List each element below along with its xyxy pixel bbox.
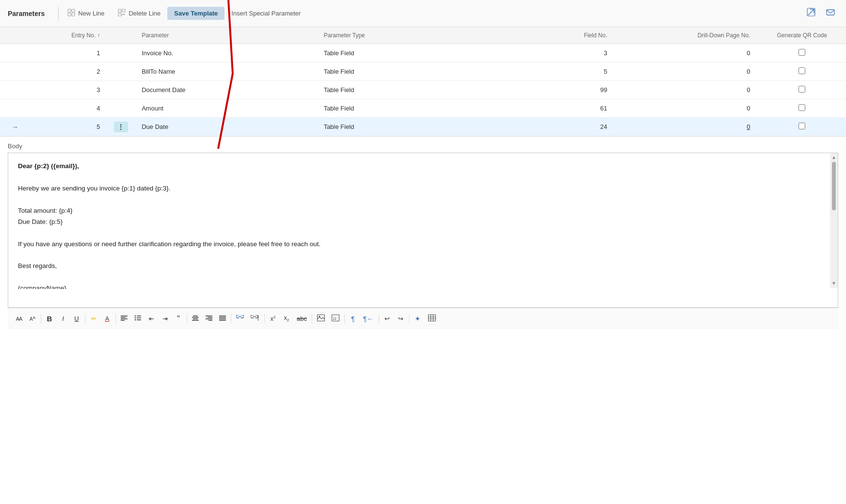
- justify-full-button[interactable]: [216, 313, 229, 324]
- outdent-icon: ⇤: [149, 315, 154, 322]
- list-button[interactable]: [131, 313, 144, 324]
- row-dots-cell[interactable]: [108, 99, 134, 118]
- show-blocks-button[interactable]: ¶: [347, 313, 359, 325]
- italic-button[interactable]: I: [57, 313, 69, 324]
- align-left-icon: [121, 315, 128, 322]
- toolbar-right-icons: [803, 5, 838, 21]
- scrollbar-up-arrow[interactable]: ▲: [831, 153, 836, 160]
- row-dots-cell[interactable]: [108, 81, 134, 99]
- insert-table-button[interactable]: [425, 313, 439, 325]
- indent-button[interactable]: ⇥: [159, 313, 171, 324]
- justify-right-button[interactable]: [203, 313, 215, 324]
- align-left-button[interactable]: [118, 313, 130, 324]
- param-type-cell: Table Field: [316, 44, 498, 63]
- indent-icon: ⇥: [162, 315, 168, 322]
- clear-format-button[interactable]: ✦: [412, 313, 424, 325]
- envelope-button[interactable]: [823, 5, 838, 21]
- link-button[interactable]: [233, 313, 247, 324]
- table-row[interactable]: →5⋮Due DateTable Field240: [0, 118, 846, 136]
- image-button[interactable]: [314, 313, 328, 325]
- row-dots-cell[interactable]: ⋮: [108, 118, 134, 136]
- row-dots-cell[interactable]: [108, 44, 134, 63]
- underline-icon: U: [74, 315, 79, 322]
- row-arrow-cell: →: [0, 118, 30, 136]
- scrollbar-down-arrow[interactable]: ▼: [831, 281, 836, 286]
- table-row[interactable]: 1Invoice No.Table Field30: [0, 44, 846, 63]
- undo-button[interactable]: ↩: [381, 313, 394, 324]
- table-row[interactable]: 4AmountTable Field610: [0, 99, 846, 118]
- row-dots-cell[interactable]: [108, 63, 134, 81]
- superscript-aa-button[interactable]: AA: [26, 314, 39, 324]
- export-button[interactable]: [803, 5, 819, 21]
- delete-line-label: Delete Line: [128, 10, 160, 17]
- generate-qr-checkbox[interactable]: [798, 123, 805, 129]
- image-icon: [317, 315, 325, 323]
- generate-qr-checkbox[interactable]: [798, 49, 805, 56]
- col-param-type-header: Parameter Type: [316, 27, 498, 44]
- highlight-icon: ✏: [91, 315, 96, 322]
- font-size-button[interactable]: AA: [13, 314, 25, 324]
- toolbar-div-3: [115, 314, 116, 324]
- svg-rect-4: [118, 9, 121, 12]
- param-type-cell: Table Field: [316, 63, 498, 81]
- toolbar-div-8: [344, 314, 345, 324]
- entry-no-cell: 2: [30, 63, 108, 81]
- subscript-button[interactable]: x2: [280, 313, 293, 324]
- table-body: 1Invoice No.Table Field302BillTo NameTab…: [0, 44, 846, 136]
- entry-no-cell: 4: [30, 99, 108, 118]
- highlight-button[interactable]: ✏: [87, 313, 100, 324]
- col-parameter-header: Parameter: [134, 27, 316, 44]
- superscript-button[interactable]: x2: [267, 313, 279, 324]
- generate-qr-cell[interactable]: [758, 81, 846, 99]
- blockquote-button[interactable]: ": [172, 313, 185, 325]
- table-row[interactable]: 2BillTo NameTable Field50: [0, 63, 846, 81]
- generate-qr-cell[interactable]: [758, 63, 846, 81]
- clear-format-icon: ✦: [415, 315, 421, 323]
- symbol-button[interactable]: Ω: [329, 313, 342, 325]
- parameter-cell: Due Date: [134, 118, 316, 136]
- col-entry-no-header: Entry No. ↑: [30, 27, 108, 44]
- drilldown-page-cell: 0: [615, 118, 758, 136]
- generate-qr-checkbox[interactable]: [798, 67, 805, 74]
- delete-line-button[interactable]: Delete Line: [111, 6, 167, 21]
- italic-icon: I: [62, 315, 64, 322]
- new-line-button[interactable]: New Line: [61, 6, 111, 21]
- outdent-button[interactable]: ⇤: [145, 313, 158, 324]
- drilldown-page-cell: 0: [615, 81, 758, 99]
- drilldown-page-cell: 0: [615, 63, 758, 81]
- table-row[interactable]: 3Document DateTable Field990: [0, 81, 846, 99]
- field-no-cell: 99: [498, 81, 615, 99]
- table-header-row: Entry No. ↑ Parameter Parameter Type Fie…: [0, 27, 846, 44]
- editor-content[interactable]: Dear {p:2} ({email}), Hereby we are send…: [8, 153, 838, 289]
- show-invisible-button[interactable]: ¶←: [360, 313, 377, 325]
- toolbar-div-10: [409, 314, 410, 324]
- field-no-cell: 61: [498, 99, 615, 118]
- save-template-button[interactable]: Save Template: [167, 7, 224, 20]
- editor-formatting-toolbar: AA AA B I U ✏ A: [8, 308, 838, 329]
- bold-button[interactable]: B: [43, 313, 56, 325]
- generate-qr-cell[interactable]: [758, 118, 846, 136]
- generate-qr-checkbox[interactable]: [798, 104, 805, 111]
- generate-qr-cell[interactable]: [758, 44, 846, 63]
- field-no-cell: 3: [498, 44, 615, 63]
- strikethrough-button[interactable]: abc: [294, 313, 310, 324]
- parameter-cell: Document Date: [134, 81, 316, 99]
- generate-qr-checkbox[interactable]: [798, 86, 805, 93]
- editor-scrollbar[interactable]: ▲ ▼: [830, 153, 838, 288]
- svg-rect-40: [428, 315, 435, 321]
- underline-button[interactable]: U: [70, 313, 83, 324]
- unlink-button[interactable]: [248, 313, 262, 324]
- col-drilldown-header: Drill-Down Page No.: [615, 27, 758, 44]
- svg-rect-5: [122, 9, 125, 12]
- three-dots-icon[interactable]: ⋮: [114, 122, 128, 132]
- show-blocks-icon: ¶: [351, 315, 355, 323]
- scrollbar-thumb: [832, 162, 836, 210]
- redo-button[interactable]: ↪: [395, 313, 407, 324]
- font-color-icon: A: [105, 315, 110, 322]
- generate-qr-cell[interactable]: [758, 99, 846, 118]
- drilldown-page-cell: 0: [615, 99, 758, 118]
- svg-rect-2: [68, 13, 71, 16]
- font-color-button[interactable]: A: [101, 313, 113, 324]
- justify-center-button[interactable]: [189, 313, 202, 324]
- insert-special-button[interactable]: Insert Special Parameter: [224, 7, 307, 20]
